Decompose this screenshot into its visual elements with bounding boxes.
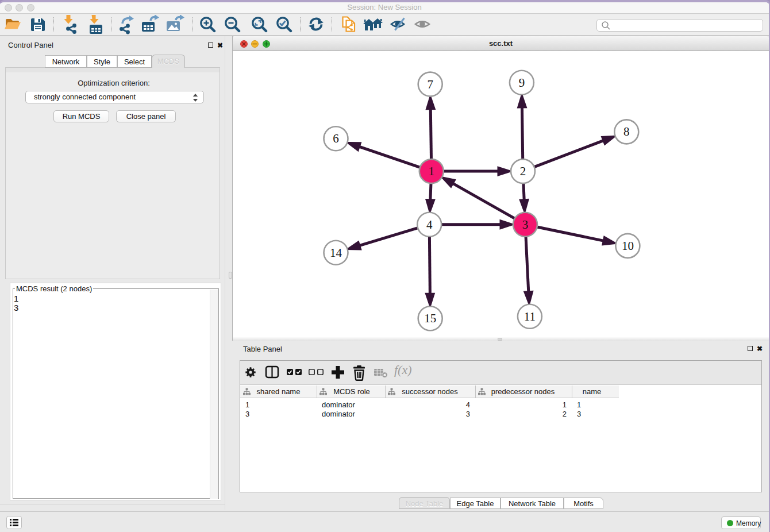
svg-text:7: 7 <box>427 78 433 91</box>
svg-text:9: 9 <box>519 76 525 90</box>
svg-text:6: 6 <box>333 132 339 145</box>
svg-text:1: 1 <box>429 164 435 178</box>
svg-text:8: 8 <box>623 125 630 138</box>
svg-text:11: 11 <box>524 310 536 323</box>
svg-text:15: 15 <box>424 311 436 325</box>
svg-text:2: 2 <box>520 164 526 178</box>
svg-text:3: 3 <box>522 218 529 232</box>
svg-text:14: 14 <box>330 246 342 260</box>
svg-text:10: 10 <box>622 239 634 253</box>
svg-text:4: 4 <box>426 218 433 232</box>
